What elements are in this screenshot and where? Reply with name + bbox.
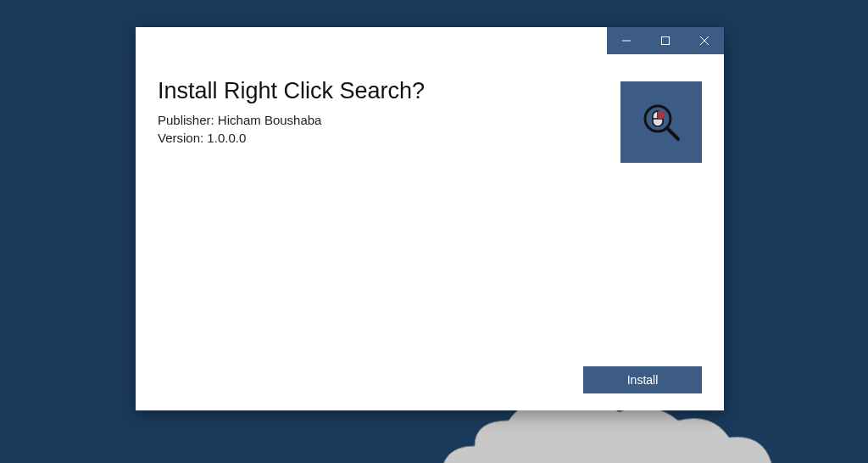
dialog-footer: Install — [136, 366, 724, 410]
install-dialog: Install Right Click Search? Publisher: H… — [136, 27, 724, 410]
close-icon — [700, 36, 709, 45]
maximize-icon — [661, 36, 670, 45]
svg-line-5 — [667, 128, 678, 139]
close-button[interactable] — [685, 27, 724, 54]
svg-rect-1 — [662, 37, 670, 45]
titlebar — [136, 27, 724, 54]
install-button[interactable]: Install — [583, 366, 702, 393]
window-controls — [607, 27, 724, 54]
minimize-icon — [622, 36, 631, 45]
maximize-button[interactable] — [646, 27, 685, 54]
mouse-search-icon — [639, 100, 683, 144]
minimize-button[interactable] — [607, 27, 646, 54]
dialog-content: Install Right Click Search? Publisher: H… — [136, 54, 724, 366]
app-icon-tile — [620, 81, 702, 163]
